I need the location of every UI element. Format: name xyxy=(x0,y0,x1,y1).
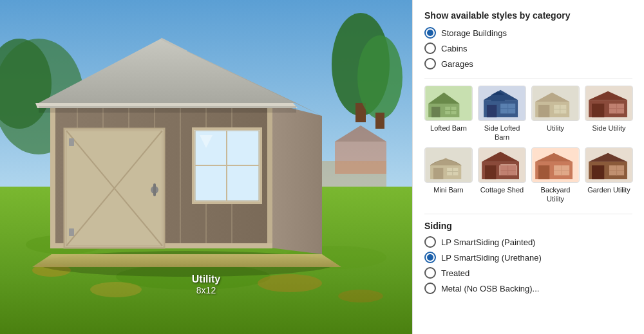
style-name-utility: Utility xyxy=(547,124,564,133)
style-side-lofted-barn[interactable]: Side Lofted Barn xyxy=(478,86,526,142)
radio-lp-painted xyxy=(424,236,436,248)
svg-marker-50 xyxy=(39,106,296,113)
siding-lp-urethane-label: LP SmartSiding (Urethane) xyxy=(441,253,542,263)
category-garages[interactable]: Garages xyxy=(424,58,632,70)
category-title: Show available styles by category xyxy=(424,10,632,21)
svg-rect-40 xyxy=(69,228,74,236)
radio-lp-urethane xyxy=(424,252,436,263)
siding-treated-label: Treated xyxy=(441,268,469,278)
style-backyard-utility[interactable]: Backyard Utility xyxy=(531,147,580,204)
category-garages-label: Garages xyxy=(441,59,473,69)
style-mini-barn[interactable]: Mini Barn xyxy=(424,147,473,204)
svg-rect-38 xyxy=(153,183,156,196)
style-thumb-utility xyxy=(531,86,580,121)
svg-rect-61 xyxy=(487,105,497,117)
style-name-garden-utility: Garden Utility xyxy=(587,185,630,194)
svg-point-16 xyxy=(258,274,322,292)
svg-rect-4 xyxy=(375,113,384,129)
building-preview: Utility 8x12 xyxy=(0,0,412,334)
svg-rect-54 xyxy=(431,107,440,117)
svg-rect-91 xyxy=(485,165,496,179)
svg-rect-95 xyxy=(500,164,516,165)
svg-rect-39 xyxy=(69,138,74,146)
category-cabins[interactable]: Cabins xyxy=(424,42,632,54)
style-name-mini-barn: Mini Barn xyxy=(433,185,463,194)
style-name-backyard-utility: Backyard Utility xyxy=(531,185,580,204)
svg-rect-101 xyxy=(538,165,549,179)
category-cabins-label: Cabins xyxy=(441,44,467,53)
style-thumb-side-utility xyxy=(585,86,633,121)
siding-metal[interactable]: Metal (No OSB Backing)... xyxy=(424,283,632,294)
divider-1 xyxy=(424,79,632,79)
svg-rect-77 xyxy=(592,104,604,117)
style-thumb-cottage-shed xyxy=(478,147,526,183)
svg-rect-84 xyxy=(433,167,443,178)
building-name: Utility xyxy=(192,274,220,285)
style-thumb-side-lofted-barn xyxy=(478,86,526,121)
category-radio-group: Storage Buildings Cabins Garages xyxy=(424,27,632,70)
svg-point-15 xyxy=(90,282,142,297)
style-utility[interactable]: Utility xyxy=(531,86,580,142)
svg-rect-97 xyxy=(516,165,517,175)
svg-point-17 xyxy=(338,290,383,302)
svg-rect-108 xyxy=(592,165,604,179)
category-storage-label: Storage Buildings xyxy=(441,28,507,38)
radio-cabins xyxy=(424,42,436,54)
svg-rect-30 xyxy=(267,102,272,248)
radio-garages xyxy=(424,58,436,70)
divider-2 xyxy=(424,214,632,214)
siding-treated[interactable]: Treated xyxy=(424,267,632,279)
style-thumb-garden-utility xyxy=(585,147,633,183)
style-thumb-lofted-barn xyxy=(424,86,473,121)
siding-title: Siding xyxy=(424,221,632,231)
svg-rect-70 xyxy=(538,105,549,117)
style-thumb-mini-barn xyxy=(424,147,473,183)
style-name-cottage-shed: Cottage Shed xyxy=(480,185,524,194)
svg-rect-65 xyxy=(491,95,505,101)
style-lofted-barn[interactable]: Lofted Barn xyxy=(424,86,473,142)
style-name-side-utility: Side Utility xyxy=(592,124,626,133)
svg-rect-96 xyxy=(499,165,500,175)
style-name-side-lofted-barn: Side Lofted Barn xyxy=(478,124,526,142)
svg-rect-8 xyxy=(335,142,386,174)
building-label: Utility 8x12 xyxy=(192,274,220,295)
style-cottage-shed[interactable]: Cottage Shed xyxy=(478,147,526,204)
siding-lp-painted[interactable]: LP SmartSiding (Painted) xyxy=(424,236,632,248)
siding-lp-painted-label: LP SmartSiding (Painted) xyxy=(441,237,535,247)
radio-storage xyxy=(424,27,436,39)
siding-radio-group: LP SmartSiding (Painted) LP SmartSiding … xyxy=(424,236,632,294)
style-garden-utility[interactable]: Garden Utility xyxy=(585,147,633,204)
radio-metal xyxy=(424,283,436,294)
svg-marker-20 xyxy=(270,103,322,254)
svg-point-3 xyxy=(357,35,402,119)
radio-treated xyxy=(424,267,436,279)
style-side-utility[interactable]: Side Utility xyxy=(585,86,633,142)
building-size: 8x12 xyxy=(192,285,220,295)
style-name-lofted-barn: Lofted Barn xyxy=(430,124,467,133)
category-storage[interactable]: Storage Buildings xyxy=(424,27,632,39)
options-panel: Show available styles by category Storag… xyxy=(412,0,644,334)
style-grid: Lofted Barn Side Lofted Barn xyxy=(424,86,632,203)
siding-metal-label: Metal (No OSB Backing)... xyxy=(441,284,539,293)
style-thumb-backyard-utility xyxy=(531,147,580,183)
svg-rect-29 xyxy=(50,102,55,248)
siding-lp-urethane[interactable]: LP SmartSiding (Urethane) xyxy=(424,252,632,263)
svg-marker-19 xyxy=(32,254,341,267)
